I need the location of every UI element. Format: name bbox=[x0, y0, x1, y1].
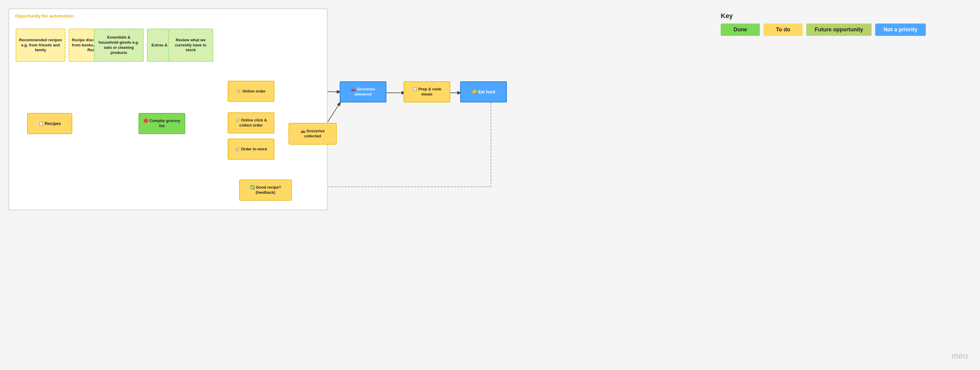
review-stock-box: Review what we currently have in stock bbox=[168, 29, 213, 62]
eat-food-box: 😋 Eat food bbox=[460, 81, 507, 102]
groceries-delivered-box: 🚗 Groceries delivered bbox=[340, 81, 387, 102]
good-recipe-box: ✅ Good recipe? (feedback) bbox=[239, 180, 292, 201]
essentials-box: Essentials & household goods e.g. oats o… bbox=[94, 29, 144, 62]
key-future: Future opportunity bbox=[806, 24, 872, 36]
miro-watermark: miro bbox=[952, 351, 968, 361]
online-order-box: 🛒 Online order bbox=[228, 81, 274, 102]
prep-cook-box: 📋 Prep & cook meals bbox=[404, 81, 450, 102]
canvas: Opportunity for automation Recommended r… bbox=[0, 0, 980, 370]
key-not-priority: Not a priority bbox=[875, 24, 926, 36]
order-instore-box: 🛒 Order in-store bbox=[228, 139, 274, 160]
automation-label: Opportunity for automation bbox=[15, 13, 74, 18]
recommended-recipes-box: Recommended recipes e.g. from friends an… bbox=[16, 29, 65, 62]
key-items: Done To do Future opportunity Not a prio… bbox=[721, 24, 926, 36]
key-done: Done bbox=[721, 24, 760, 36]
groceries-collected-box: 🚗 Groceries collected bbox=[288, 123, 337, 145]
key-title: Key bbox=[721, 12, 926, 20]
key-todo: To do bbox=[764, 24, 803, 36]
compile-grocery-box: 🛑 Compile grocery list bbox=[138, 113, 185, 134]
online-collect-box: 🛒 Online click & collect order bbox=[228, 112, 274, 134]
key-panel: Key Done To do Future opportunity Not a … bbox=[721, 12, 926, 36]
recipes-box: 📋 Recipes bbox=[27, 113, 72, 134]
